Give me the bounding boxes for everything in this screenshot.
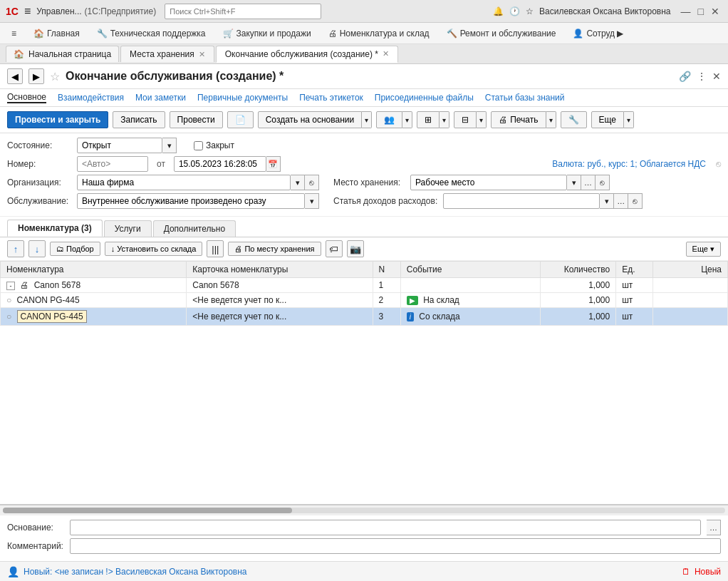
history-icon[interactable]: 🕐 (509, 6, 520, 16)
org-dropdown-btn[interactable]: ▾ (291, 175, 305, 190)
table-row[interactable]: ○ CANON PG-445 <Не ведется учет по к... … (1, 308, 728, 326)
number-input[interactable] (77, 156, 148, 172)
forward-button[interactable]: ▶ (28, 68, 44, 84)
menu-item-nomenclature[interactable]: 🖨 Номенклатура и склад (321, 26, 437, 41)
grid-dropdown[interactable]: ▾ (440, 111, 449, 128)
horizontal-scrollbar[interactable] (0, 505, 728, 515)
status-input[interactable] (77, 138, 162, 153)
grid-button[interactable]: ⊞ (417, 111, 440, 128)
table-row[interactable]: - 🖨 Canon 5678 Canon 5678 1 1,000 шт (1, 278, 728, 293)
currency-ext-btn[interactable]: ⎋ (716, 159, 721, 169)
date-input[interactable] (174, 156, 266, 172)
menu-item-home[interactable]: 🏠 Главная (26, 26, 87, 41)
tool-button[interactable]: 🔧 (561, 111, 587, 128)
photo-button[interactable]: 📷 (347, 240, 364, 257)
table-row[interactable]: ○ CANON PG-445 <Не ведется учет по к... … (1, 293, 728, 308)
sub-tab-labels[interactable]: Печать этикеток (299, 93, 363, 103)
menu-item-purchases[interactable]: 🛒 Закупки и продажи (216, 26, 318, 41)
search-input[interactable] (165, 4, 321, 19)
income-input[interactable] (443, 193, 600, 209)
barcode-icon: ||| (212, 244, 219, 254)
status-badge: 🗒 Новый (682, 567, 721, 577)
tab-service[interactable]: Окончание обслуживания (создание) * ✕ (216, 46, 398, 63)
table-button[interactable]: ⊟ (454, 111, 477, 128)
sub-tab-prim[interactable]: Первичные документы (197, 93, 288, 103)
menu-item-staff[interactable]: 👤 Сотруд ▶ (566, 26, 630, 41)
tab-service-close[interactable]: ✕ (383, 49, 389, 58)
more-options-icon[interactable]: ⋮ (697, 71, 707, 82)
create-based-dropdown[interactable]: ▾ (362, 111, 372, 128)
close-doc-icon[interactable]: ✕ (712, 71, 721, 82)
favorites-icon[interactable]: ☆ (526, 6, 534, 16)
storage-dropdown-btn[interactable]: ▾ (567, 175, 581, 190)
menu-item-hamburger[interactable]: ≡ (4, 26, 24, 41)
install-from-warehouse-button[interactable]: ↓ Установить со склада (105, 242, 203, 256)
org-input[interactable] (77, 175, 291, 190)
barcode-button[interactable]: ||| (207, 240, 224, 257)
people-dropdown[interactable]: ▾ (402, 111, 412, 128)
minimize-button[interactable]: — (678, 6, 694, 17)
table-more-button[interactable]: Еще ▾ (686, 242, 721, 257)
cell-nomenclature: - 🖨 Canon 5678 (1, 278, 187, 293)
people-button[interactable]: 👥 (376, 111, 402, 128)
storage-dots-btn[interactable]: … (581, 175, 596, 190)
inner-tab-services[interactable]: Услуги (104, 220, 152, 237)
cell-unit: шт (616, 308, 653, 326)
more-button[interactable]: Еще (591, 111, 624, 128)
maximize-button[interactable]: □ (695, 6, 707, 17)
basis-ext-btn[interactable]: … (707, 520, 721, 535)
add-label: Подбор (66, 245, 94, 253)
move-down-button[interactable]: ↓ (28, 240, 46, 257)
bookmark-icon[interactable]: ☆ (50, 70, 60, 83)
income-dropdown-btn[interactable]: ▾ (600, 193, 614, 209)
more-dropdown[interactable]: ▾ (624, 111, 634, 128)
menu-item-support[interactable]: 🔧 Техническая поддержка (90, 26, 213, 41)
inner-tab-nomenclature[interactable]: Номенклатура (3) (7, 220, 103, 237)
storage-input[interactable] (410, 175, 567, 190)
currency-info[interactable]: Валюта: руб., курс: 1; Облагается НДС (552, 159, 706, 169)
tab-storage[interactable]: Места хранения ✕ (120, 46, 214, 62)
tab-storage-close[interactable]: ✕ (199, 50, 205, 59)
create-based-button[interactable]: Создать на основании (258, 111, 363, 128)
storage-ext-btn[interactable]: ⎋ (596, 175, 610, 190)
sub-tab-kb[interactable]: Статьи базы знаний (485, 93, 565, 103)
service-input[interactable] (77, 193, 305, 209)
status-user-link[interactable]: Новый: <не записан !> Василевская Оксана… (24, 567, 247, 577)
service-dropdown-btn[interactable]: ▾ (305, 193, 319, 209)
sub-tab-interact[interactable]: Взаимодействия (58, 93, 124, 103)
income-ext-btn[interactable]: ⎋ (628, 193, 643, 209)
doc-icon-button[interactable]: 📄 (227, 111, 254, 128)
by-storage-button[interactable]: 🖨 По месту хранения (228, 242, 321, 256)
scroll-thumb (3, 508, 292, 513)
date-picker-btn[interactable]: 📅 (266, 156, 281, 172)
print-dropdown[interactable]: ▾ (546, 111, 556, 128)
post-button[interactable]: Провести (170, 111, 223, 128)
hamburger-menu-icon[interactable]: ≡ (24, 5, 31, 18)
menu-label-repair: Ремонт и обслуживание (460, 29, 556, 38)
inner-tab-additional[interactable]: Дополнительно (153, 220, 236, 237)
add-button[interactable]: 🗂 Подбор (50, 242, 100, 256)
print-button[interactable]: 🖨 Печать (491, 111, 546, 128)
expand-icon[interactable]: - (6, 282, 15, 290)
org-ext-btn[interactable]: ⎋ (305, 175, 319, 190)
back-button[interactable]: ◀ (7, 68, 23, 84)
sub-tab-basic[interactable]: Основное (7, 92, 46, 103)
menu-item-repair[interactable]: 🔨 Ремонт и обслуживание (440, 26, 563, 41)
comment-input[interactable] (70, 538, 721, 554)
link-icon[interactable]: 🔗 (679, 71, 691, 82)
sub-tab-notes[interactable]: Мои заметки (135, 93, 186, 103)
tag-button[interactable]: 🏷 (326, 240, 343, 257)
title-bar-icons: 🔔 🕐 ☆ (493, 6, 534, 16)
status-dropdown-btn[interactable]: ▾ (162, 138, 177, 153)
move-up-button[interactable]: ↑ (7, 240, 24, 257)
save-button[interactable]: Записать (113, 111, 165, 128)
table-dropdown[interactable]: ▾ (477, 111, 487, 128)
income-dots-btn[interactable]: … (614, 193, 628, 209)
close-window-button[interactable]: ✕ (708, 6, 722, 17)
closed-checkbox[interactable] (194, 141, 203, 150)
post-close-button[interactable]: Провести и закрыть (7, 111, 108, 128)
basis-input[interactable] (70, 520, 701, 535)
sub-tab-files[interactable]: Присоединенные файлы (375, 93, 474, 103)
tab-home[interactable]: 🏠 Начальная страница (6, 46, 119, 62)
notification-icon[interactable]: 🔔 (493, 6, 504, 16)
